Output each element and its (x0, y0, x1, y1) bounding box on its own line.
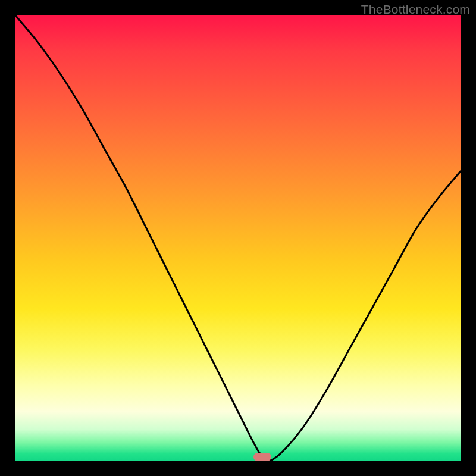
plot-area (15, 15, 461, 461)
bottleneck-curve (15, 15, 461, 461)
chart-frame: TheBottleneck.com (0, 0, 476, 476)
optimum-marker (253, 453, 271, 461)
watermark-text: TheBottleneck.com (361, 2, 470, 17)
curve-path (15, 15, 461, 461)
